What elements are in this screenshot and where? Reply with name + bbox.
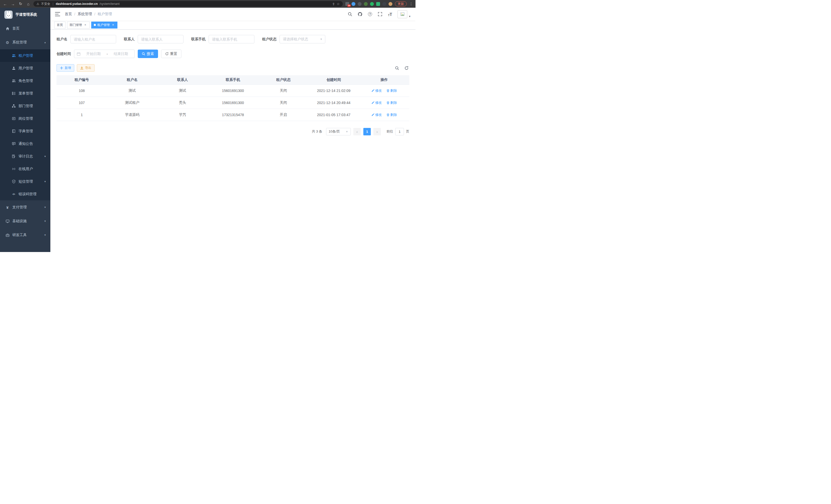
github-icon[interactable] (357, 11, 363, 17)
breadcrumb: 首页 / 系统管理 / 租户管理 (65, 12, 112, 17)
browser-home-button[interactable]: ⌂ (26, 2, 31, 6)
sidebar-item-tenant[interactable]: 租户管理 (0, 49, 50, 62)
extension-icon[interactable] (389, 2, 392, 6)
extension-icon[interactable] (351, 2, 355, 6)
delete-link[interactable]: 删除 (386, 100, 397, 105)
sidebar-item-payment[interactable]: ¥ 支付管理 ▼ (0, 200, 50, 214)
sidebar-item-online-users[interactable]: 在线用户 (0, 162, 50, 175)
page-size-select[interactable]: 10条/页 ▼ (326, 128, 351, 136)
table-header-row: 租户编号 租户名 联系人 联系手机 租户状态 创建时间 操作 (57, 75, 409, 85)
prev-page-button[interactable]: ‹ (353, 128, 361, 136)
status-select[interactable]: 请选择租户状态 ▼ (280, 35, 325, 43)
sidebar-item-audit-log[interactable]: 审计日志 ▼ (0, 150, 50, 162)
app-logo[interactable]: 芋道管理系统 (0, 8, 50, 22)
system-submenu: 租户管理 用户管理 角色管理 菜单管理 部门管理 岗位管理 (0, 49, 50, 200)
extension-icon[interactable] (382, 2, 386, 6)
sidebar-item-sms[interactable]: 短信管理 ▼ (0, 175, 50, 188)
font-size-icon[interactable]: TT (388, 11, 393, 17)
cell-contact: 秃头 (157, 97, 208, 109)
delete-link[interactable]: 删除 (386, 113, 397, 117)
cell-phone: 15601691300 (208, 85, 258, 97)
url-separator: | (53, 2, 53, 6)
browser-menu-icon[interactable]: ⋮ (409, 2, 413, 6)
sidebar-item-dict[interactable]: 字典管理 (0, 125, 50, 138)
col-tenant-id: 租户编号 (57, 75, 107, 85)
tab-tenant[interactable]: 租户管理 × (91, 22, 117, 29)
phone-input[interactable] (209, 35, 254, 43)
extension-icon[interactable] (376, 2, 380, 6)
extensions-tray: 10 (345, 2, 392, 6)
close-icon[interactable]: × (111, 23, 115, 27)
create-time-range-picker[interactable]: 开始日期 - 结束日期 (74, 50, 135, 58)
export-button[interactable]: 导出 (77, 64, 94, 72)
extension-icon[interactable] (358, 2, 362, 6)
sidebar-item-label: 菜单管理 (19, 91, 33, 96)
share-icon[interactable]: ⇧ (332, 2, 335, 6)
browser-refresh-button[interactable]: ↻ (18, 2, 23, 6)
sidebar-item-dept[interactable]: 部门管理 (0, 100, 50, 112)
tenant-name-input[interactable] (70, 35, 116, 43)
chevron-down-icon: ▼ (44, 180, 46, 183)
org-tree-icon (11, 104, 16, 108)
edit-link[interactable]: 修改 (371, 113, 382, 117)
sidebar-item-menu[interactable]: 菜单管理 (0, 87, 50, 100)
tab-home[interactable]: 首页 (54, 22, 65, 29)
sidebar-item-infra[interactable]: 基础设施 ▼ (0, 214, 50, 228)
sidebar-item-label: 短信管理 (19, 179, 33, 184)
sidebar-item-label: 租户管理 (19, 53, 33, 58)
sidebar-item-devtools[interactable]: 研发工具 ▼ (0, 228, 50, 242)
browser-forward-button[interactable]: → (10, 2, 16, 6)
notice-bubble-icon (11, 142, 16, 146)
search-icon[interactable] (347, 11, 352, 17)
fullscreen-icon[interactable] (377, 11, 382, 17)
close-icon[interactable]: × (84, 23, 87, 27)
cell-tenant-name: 测试租户 (107, 97, 157, 109)
tab-dept[interactable]: 部门管理 × (67, 22, 90, 29)
delete-link[interactable]: 删除 (386, 88, 397, 93)
edit-link[interactable]: 修改 (371, 100, 382, 105)
breadcrumb-home[interactable]: 首页 (65, 12, 72, 17)
sidebar-item-label: 系统管理 (12, 40, 27, 45)
search-button[interactable]: 搜索 (138, 50, 158, 58)
cell-actions: 修改 删除 (359, 85, 409, 97)
sidebar-item-error-code[interactable]: </> 错误码管理 (0, 188, 50, 200)
edit-link[interactable]: 修改 (371, 88, 382, 93)
refresh-icon[interactable] (404, 65, 409, 71)
sidebar-item-home[interactable]: 首页 (0, 22, 50, 35)
sidebar-item-system[interactable]: ⚙ 系统管理 ▲ (0, 35, 50, 49)
browser-back-button[interactable]: ← (3, 2, 8, 6)
sidebar-item-role[interactable]: 角色管理 (0, 75, 50, 87)
extension-icon[interactable]: 10 (345, 2, 349, 6)
url-bar[interactable]: ⚠ 不安全 | dashboard.yudao.iocoder.cn /syst… (33, 1, 343, 7)
sidebar-item-label: 首页 (12, 26, 20, 31)
cell-tenant-id: 107 (57, 97, 107, 109)
cell-created: 2021-12-14 21:02:09 (309, 85, 359, 97)
create-time-label: 创建时间 (57, 52, 71, 56)
page-number-button[interactable]: 1 (363, 128, 371, 136)
sidebar-item-user[interactable]: 用户管理 (0, 62, 50, 75)
extension-icon[interactable] (370, 2, 374, 6)
sidebar-item-notice[interactable]: 通知公告 (0, 138, 50, 150)
user-avatar-menu[interactable]: ▼ (398, 10, 411, 18)
breadcrumb-system[interactable]: 系统管理 (78, 12, 92, 17)
sidebar-collapse-button[interactable] (55, 12, 60, 16)
browser-update-button[interactable]: 更新 (395, 1, 407, 6)
goto-page-input[interactable] (395, 128, 404, 136)
security-label: 不安全 (41, 2, 50, 6)
next-page-button[interactable]: › (373, 128, 381, 136)
reset-button[interactable]: 重置 (161, 50, 181, 58)
contact-input[interactable] (138, 35, 183, 43)
cell-contact: 芋艿 (157, 109, 208, 121)
bookmark-star-icon[interactable]: ☆ (337, 2, 340, 6)
sidebar-item-label: 岗位管理 (19, 116, 33, 121)
sidebar-item-label: 在线用户 (19, 167, 33, 171)
search-toggle-icon[interactable] (394, 65, 400, 71)
cell-tenant-name: 测试 (107, 85, 157, 97)
sidebar-item-post[interactable]: 岗位管理 (0, 112, 50, 125)
add-button[interactable]: 新增 (57, 64, 74, 72)
help-icon[interactable]: ? (368, 11, 373, 17)
cell-tenant-name: 芋道源码 (107, 109, 157, 121)
extension-icon[interactable] (364, 2, 368, 6)
reset-button-label: 重置 (170, 52, 177, 56)
calendar-icon (77, 52, 80, 56)
